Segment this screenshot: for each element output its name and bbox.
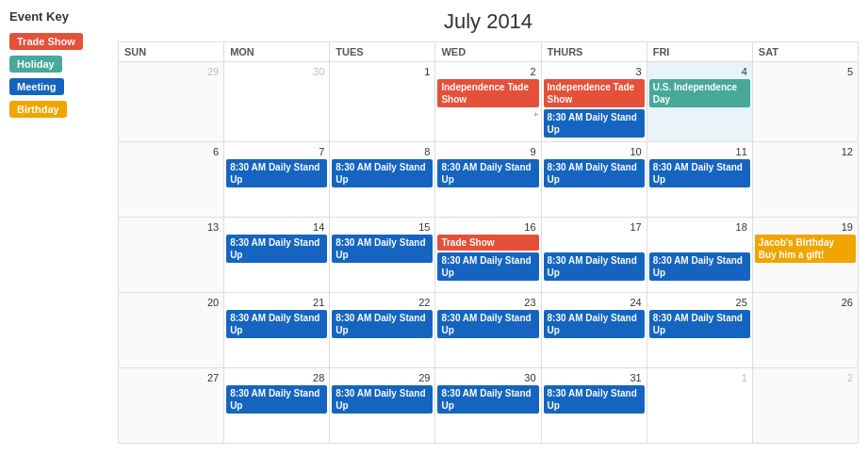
calendar-day-5-3[interactable]: 298:30 AM Daily Stand Up — [330, 368, 435, 444]
calendar-day-1-6[interactable]: 4U.S. Independence Day — [647, 62, 752, 142]
calendar-day-3-6[interactable]: 18Trade Show8:30 AM Daily Stand Up — [647, 218, 752, 293]
calendar-day-5-6[interactable]: 1 — [647, 368, 752, 444]
calendar-day-1-2[interactable]: 30 — [224, 62, 330, 142]
event-trade-show[interactable]: Independence Tade Show — [437, 79, 538, 107]
event-key-birthday[interactable]: Birthday — [9, 101, 67, 118]
day-number: 2 — [437, 64, 538, 79]
day-number: 26 — [755, 295, 856, 310]
col-header-tues: TUES — [330, 42, 435, 62]
event-meeting[interactable]: 8:30 AM Daily Stand Up — [544, 159, 645, 187]
day-number: 30 — [226, 64, 327, 79]
calendar-day-3-3[interactable]: 158:30 AM Daily Stand Up — [330, 218, 435, 293]
day-number: 22 — [332, 295, 433, 310]
col-header-fri: FRI — [647, 42, 752, 62]
event-meeting[interactable]: 8:30 AM Daily Stand Up — [437, 252, 538, 281]
calendar-day-2-5[interactable]: 108:30 AM Daily Stand Up — [541, 142, 647, 218]
calendar-day-4-3[interactable]: 228:30 AM Daily Stand Up — [330, 293, 435, 368]
calendar-title: July 2014 — [118, 9, 859, 34]
calendar-day-1-3[interactable]: 1 — [330, 62, 435, 142]
col-header-sat: SAT — [752, 42, 858, 62]
event-holiday[interactable]: U.S. Independence Day — [649, 79, 750, 107]
calendar-day-5-1[interactable]: 27 — [119, 368, 224, 444]
day-number: 15 — [332, 219, 433, 235]
calendar-day-1-7[interactable]: 5 — [752, 62, 858, 142]
event-meeting[interactable]: 8:30 AM Daily Stand Up — [544, 310, 645, 338]
day-number: 27 — [121, 370, 221, 385]
event-meeting[interactable]: 8:30 AM Daily Stand Up — [649, 252, 750, 281]
event-key-title: Event Key — [9, 9, 104, 24]
calendar-day-5-4[interactable]: 308:30 AM Daily Stand Up — [435, 368, 541, 444]
day-number: 9 — [437, 144, 538, 159]
calendar-day-4-7[interactable]: 26 — [752, 293, 858, 368]
day-number: 4 — [649, 64, 750, 79]
day-number: 7 — [226, 144, 327, 159]
calendar-day-5-5[interactable]: 318:30 AM Daily Stand Up — [541, 368, 647, 444]
event-meeting[interactable]: 8:30 AM Daily Stand Up — [226, 159, 327, 187]
event-meeting[interactable]: 8:30 AM Daily Stand Up — [332, 235, 433, 263]
event-meeting[interactable]: 8:30 AM Daily Stand Up — [332, 159, 433, 187]
event-meeting[interactable]: 8:30 AM Daily Stand Up — [226, 310, 327, 338]
col-header-mon: MON — [224, 42, 330, 62]
day-number: 6 — [121, 144, 221, 159]
calendar-day-4-4[interactable]: 238:30 AM Daily Stand Up — [435, 293, 541, 368]
calendar-day-2-1[interactable]: 6 — [119, 142, 224, 218]
day-number: 31 — [544, 370, 645, 385]
calendar-day-2-3[interactable]: 88:30 AM Daily Stand Up — [330, 142, 435, 218]
col-header-thurs: THURS — [541, 42, 647, 62]
event-meeting[interactable]: 8:30 AM Daily Stand Up — [544, 385, 645, 414]
more-events-indicator: + — [533, 109, 539, 120]
calendar-table: SUNMONTUESWEDTHURSFRISAT 293012Independe… — [118, 41, 859, 444]
calendar-day-3-2[interactable]: 148:30 AM Daily Stand Up — [224, 218, 330, 293]
calendar-day-3-5[interactable]: 17Trade Show8:30 AM Daily Stand Up — [541, 218, 647, 293]
event-meeting[interactable]: 8:30 AM Daily Stand Up — [544, 252, 645, 281]
event-meeting[interactable]: 8:30 AM Daily Stand Up — [332, 385, 433, 414]
event-meeting[interactable]: 8:30 AM Daily Stand Up — [437, 159, 538, 187]
event-meeting[interactable]: 8:30 AM Daily Stand Up — [437, 385, 538, 414]
calendar-day-4-5[interactable]: 248:30 AM Daily Stand Up — [541, 293, 647, 368]
calendar-day-3-7[interactable]: 19Jacob's Birthday Buy him a gift! — [752, 218, 858, 293]
day-number: 21 — [226, 295, 327, 310]
calendar-day-3-4[interactable]: 16Trade Show8:30 AM Daily Stand Up — [435, 218, 541, 293]
calendar-day-2-4[interactable]: 98:30 AM Daily Stand Up — [435, 142, 541, 218]
day-number: 25 — [649, 295, 750, 310]
day-number: 8 — [332, 144, 433, 159]
day-number: 2 — [755, 370, 856, 385]
day-number: 16 — [437, 219, 538, 235]
calendar-day-1-4[interactable]: 2Independence Tade Show+ — [435, 62, 541, 142]
calendar-day-5-7[interactable]: 2 — [752, 368, 858, 444]
day-number: 18 — [649, 219, 750, 235]
event-meeting[interactable]: 8:30 AM Daily Stand Up — [649, 310, 750, 338]
event-meeting[interactable]: 8:30 AM Daily Stand Up — [226, 385, 327, 414]
event-birthday[interactable]: Jacob's Birthday Buy him a gift! — [755, 235, 856, 263]
calendar-day-3-1[interactable]: 13 — [119, 218, 224, 293]
calendar-day-4-1[interactable]: 20 — [119, 293, 224, 368]
calendar-day-4-6[interactable]: 258:30 AM Daily Stand Up — [647, 293, 752, 368]
calendar-day-2-6[interactable]: 118:30 AM Daily Stand Up — [647, 142, 752, 218]
calendar-day-2-2[interactable]: 78:30 AM Daily Stand Up — [224, 142, 330, 218]
event-trade-show[interactable]: Independence Tade Show — [544, 79, 645, 107]
calendar-day-5-2[interactable]: 288:30 AM Daily Stand Up — [224, 368, 330, 444]
event-key-trade-show[interactable]: Trade Show — [9, 33, 83, 50]
day-number: 28 — [226, 370, 327, 385]
calendar-day-1-1[interactable]: 29 — [119, 62, 224, 142]
day-number: 14 — [226, 219, 327, 235]
day-number: 24 — [544, 295, 645, 310]
event-meeting[interactable]: 8:30 AM Daily Stand Up — [226, 235, 327, 263]
event-meeting[interactable]: 8:30 AM Daily Stand Up — [544, 109, 645, 138]
event-meeting[interactable]: 8:30 AM Daily Stand Up — [332, 310, 433, 338]
calendar-day-1-5[interactable]: 3Independence Tade Show8:30 AM Daily Sta… — [541, 62, 647, 142]
main-content: July 2014 SUNMONTUESWEDTHURSFRISAT 29301… — [113, 0, 868, 471]
event-key-meeting[interactable]: Meeting — [9, 78, 64, 95]
event-meeting[interactable]: 8:30 AM Daily Stand Up — [649, 159, 750, 187]
event-meeting[interactable]: 8:30 AM Daily Stand Up — [437, 310, 538, 338]
event-trade-show[interactable]: Trade Show — [437, 235, 538, 251]
event-key-holiday[interactable]: Holiday — [9, 56, 62, 73]
day-number: 20 — [121, 295, 221, 310]
calendar-day-4-2[interactable]: 218:30 AM Daily Stand Up — [224, 293, 330, 368]
col-header-wed: WED — [435, 42, 541, 62]
sidebar: Event Key Trade ShowHolidayMeetingBirthd… — [0, 0, 113, 471]
day-number: 1 — [332, 64, 433, 79]
calendar-day-2-7[interactable]: 12 — [752, 142, 858, 218]
day-number: 10 — [544, 144, 645, 159]
day-number: 12 — [755, 144, 856, 159]
